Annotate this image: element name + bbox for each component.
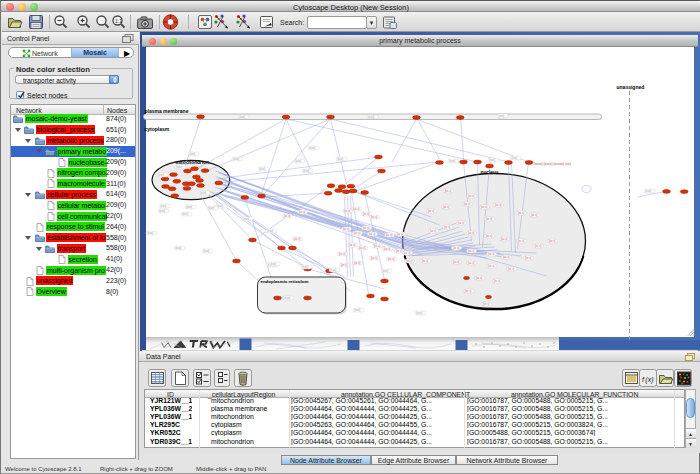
svg-text:(xxx): (xxx) [354,308,360,312]
svg-text:(xx x): (xx x) [517,211,524,215]
svg-text:(xxx): (xxx) [489,158,495,162]
svg-text:(xx x): (xx x) [429,229,436,233]
svg-text:(xx x): (xx x) [338,252,345,256]
svg-text:(xxx): (xxx) [147,231,153,235]
svg-text:(xx x): (xx x) [534,244,541,248]
svg-text:(xxx): (xxx) [416,311,422,315]
svg-text:(xx x): (xx x) [385,233,392,237]
svg-text:(xxx): (xxx) [175,246,181,250]
svg-text:(xxx): (xxx) [160,204,166,208]
svg-text:(xx x): (xx x) [487,252,494,256]
svg-text:(xx x): (xx x) [480,205,487,209]
svg-text:(xxx): (xxx) [158,173,164,177]
svg-text:(xxx): (xxx) [382,269,388,273]
svg-text:(xxx): (xxx) [159,209,165,213]
svg-text:(xx x): (xx x) [340,263,347,267]
svg-text:(xx x): (xx x) [507,267,514,271]
svg-text:(xx x): (xx x) [494,203,501,207]
svg-text:(xx x): (xx x) [293,237,300,241]
svg-text:(xxx): (xxx) [200,191,206,195]
svg-text:(xx x): (xx x) [487,264,494,268]
svg-text:(xx x): (xx x) [524,256,531,260]
svg-text:(xxx): (xxx) [309,146,315,150]
svg-text:(xxx): (xxx) [233,157,239,161]
svg-text:(xx x): (xx x) [452,246,459,250]
svg-text:(xx x): (xx x) [482,302,489,306]
svg-text:mitochondrion: mitochondrion [175,160,209,165]
svg-text:(xxx): (xxx) [186,205,192,209]
svg-text:(xx x): (xx x) [475,276,482,280]
svg-text:(xx x): (xx x) [353,231,360,235]
svg-text:(xxxx) (xxxx) (xxxxx) (xx): (xxxx) (xxxx) (xxxxx) (xx) [533,162,570,166]
svg-text:1:1: 1:1 [115,18,122,24]
svg-text:(xx x): (xx x) [352,207,359,211]
svg-text:(xxx): (xxx) [511,156,517,160]
svg-text:(xxx): (xxx) [498,114,504,118]
svg-text:(xx x): (xx x) [298,210,305,214]
svg-text:(xxx): (xxx) [302,265,308,269]
svg-text:endoplasmic reticulum: endoplasmic reticulum [260,279,308,284]
svg-text:(xx x): (xx x) [443,225,450,229]
svg-text:(xx x): (xx x) [548,239,555,243]
svg-text:(xx x): (xx x) [383,247,390,251]
svg-text:(xx x): (xx x) [464,289,471,293]
svg-text:(xxx): (xxx) [449,159,455,163]
svg-text:f ​(x): f ​(x) [642,376,654,384]
svg-text:(xxx): (xxx) [189,152,195,156]
svg-text:(xxx): (xxx) [259,167,265,171]
svg-text:(xx x): (xx x) [485,217,492,221]
svg-text:(xx x): (xx x) [444,189,451,193]
svg-text:(xx x): (xx x) [467,261,474,265]
svg-text:(xx x): (xx x) [457,221,464,225]
svg-text:(xx x): (xx x) [395,249,402,253]
svg-text:(xxx): (xxx) [182,212,188,216]
svg-text:(xx x): (xx x) [467,231,474,235]
svg-text:(xxx): (xxx) [645,189,651,193]
svg-text:(xx x): (xx x) [502,255,509,259]
svg-text:(xxx): (xxx) [243,217,249,221]
svg-text:(xx x): (xx x) [405,259,412,263]
svg-text:(xx x): (xx x) [485,234,492,238]
svg-text:(xx x): (xx x) [348,243,355,247]
svg-text:(xx x): (xx x) [362,226,369,230]
svg-text:(xx x): (xx x) [342,227,349,231]
svg-text:(xxx): (xxx) [284,296,290,300]
svg-text:(xxx): (xxx) [368,115,374,119]
svg-text:unassigned: unassigned [616,84,644,90]
svg-text:(xx x): (xx x) [368,232,375,236]
svg-text:(xx x): (xx x) [427,209,434,213]
svg-text:(xxx): (xxx) [330,268,336,272]
svg-text:(xx x): (xx x) [463,202,470,206]
svg-text:nucleus: nucleus [480,170,498,175]
svg-text:(xx x): (xx x) [500,237,507,241]
svg-text:(xx x): (xx x) [442,205,449,209]
svg-text:(xx x): (xx x) [493,279,500,283]
svg-text:(xx x): (xx x) [370,215,377,219]
svg-text:(xx x): (xx x) [517,239,524,243]
svg-text:(xx x): (xx x) [530,213,537,217]
svg-text:(xxx): (xxx) [208,206,214,210]
svg-text:(xx x): (xx x) [421,259,428,263]
svg-text:(xx x): (xx x) [387,257,394,261]
svg-text:(xxx): (xxx) [176,165,182,169]
svg-text:(xx x): (xx x) [403,251,410,255]
svg-text:(xxx): (xxx) [267,229,273,233]
svg-text:(xx x): (xx x) [283,214,290,218]
svg-text:(xxx): (xxx) [295,159,301,163]
svg-text:(xx x): (xx x) [358,246,365,250]
svg-text:(xx x): (xx x) [467,194,474,198]
svg-text:cytoplasm: cytoplasm [144,126,169,132]
svg-text:(xxx): (xxx) [337,157,343,161]
svg-text:(xxx): (xxx) [203,249,209,253]
svg-text:(xxx): (xxx) [270,262,276,266]
svg-text:(xxx): (xxx) [303,169,309,173]
svg-text:(xx x): (xx x) [353,261,360,265]
svg-text:(xx x): (xx x) [343,209,350,213]
svg-text:(xx x): (xx x) [452,260,459,264]
svg-text:(xx x): (xx x) [396,232,403,236]
svg-text:plasma membrane: plasma membrane [144,108,188,114]
svg-text:(xx x): (xx x) [370,256,377,260]
svg-text:(xx x): (xx x) [373,244,380,248]
svg-text:(xx x): (xx x) [467,249,474,253]
svg-text:(xx x): (xx x) [362,212,369,216]
